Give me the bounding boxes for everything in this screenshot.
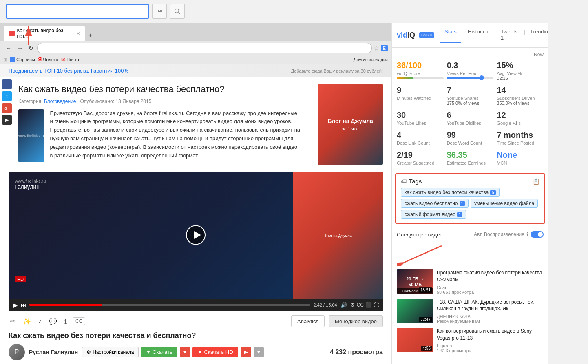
download-hd-icon: ▼	[197, 349, 203, 355]
video-title: Как сжать видео без потери качества и бе…	[9, 331, 383, 340]
tab-close-button[interactable]: ✕	[76, 31, 80, 36]
music-tool-button[interactable]: ♪	[37, 316, 43, 326]
channel-settings-button[interactable]: ⚙ Настройки канала	[82, 347, 138, 357]
video-duration-1: 18:51	[419, 287, 432, 293]
playlist-dropdown-button[interactable]: ▼	[254, 347, 264, 357]
ad-right[interactable]: Добавьте сюда Вашу рекламу за 30 рублей!	[291, 68, 383, 73]
video-card-2[interactable]: 32:47 +18. САША ШПАК. Дурацкие вопросы. …	[397, 299, 544, 324]
keyboard-button[interactable]	[152, 4, 167, 19]
stat-youtube-shares-label: Youtube Shares	[447, 96, 494, 101]
playlist-button[interactable]: ▶	[241, 347, 251, 357]
tag-item-3[interactable]: уменьшение видео файла	[471, 199, 538, 208]
video-progress-bar[interactable]	[29, 304, 310, 306]
stat-mcn-value: None	[497, 150, 544, 160]
stat-desc-link-count-value: 4	[397, 130, 444, 140]
bookmark-yandex[interactable]: Я Яндекс	[38, 57, 58, 62]
settings-gear-button[interactable]: ⚙	[350, 302, 355, 308]
captions-tool-button[interactable]: CC	[73, 317, 85, 325]
tag-count-4: 1	[457, 212, 463, 217]
channel-row: Р Руслан Галиулин ⚙ Настройки канала ▼ С…	[9, 344, 383, 360]
video-card-channel-3: Figuren	[437, 343, 544, 348]
search-input[interactable]: как сжать видео без потери качества	[6, 4, 149, 19]
channel-avatar[interactable]: Р	[9, 344, 25, 360]
bookmark-mail-icon: ✉	[61, 57, 65, 62]
video-card-3[interactable]: 4:55 Как конвертировать и сжать видео в …	[397, 328, 544, 353]
subscribe-download-button[interactable]: ▼ Скачать	[141, 347, 177, 357]
bookmark-mail-label: Почта	[66, 57, 79, 62]
video-play-area[interactable]	[186, 225, 206, 246]
tab-tweets[interactable]: Tweets: 1	[497, 27, 523, 43]
stat-avg-view-value: 15%	[497, 61, 544, 70]
stat-youtube-shares-sublabel: 175.0% of views	[447, 101, 494, 106]
autoplay-toggle[interactable]	[531, 231, 544, 238]
video-card-info-3: Как конвертировать и сжать видео в Sony …	[437, 328, 544, 353]
extension-button[interactable]: E	[381, 45, 388, 51]
ad-text[interactable]: Продвигаем в ТОП-10 без риска. Гарантия …	[9, 68, 128, 74]
browser-bookmarks: ⊞ Сервисы Я Яндекс ✉ Почта Другие заклад…	[0, 55, 391, 64]
bookmark-other[interactable]: Другие закладки	[354, 57, 388, 62]
reload-button[interactable]: ↻	[27, 44, 35, 52]
download-hd-button[interactable]: ▼ Скачать HD	[192, 347, 238, 357]
video-card-info-2: +18. САША ШПАК. Дурацкие вопросы. Гей. С…	[437, 299, 544, 324]
info-tool-button[interactable]: ℹ	[63, 316, 69, 327]
back-button[interactable]: ←	[4, 44, 13, 52]
video-manager-button[interactable]: Менеджер видео	[329, 315, 383, 327]
subtitles-button[interactable]: CC	[357, 302, 364, 308]
tab-title: Как сжать видео без пот...	[17, 28, 74, 39]
analytics-button[interactable]: Analytics	[291, 315, 325, 327]
download-dropdown-button[interactable]: ▼	[180, 347, 190, 357]
browser-tab-active[interactable]: Как сжать видео без пот... ✕	[4, 26, 85, 41]
fullscreen-button[interactable]: ⛶	[374, 302, 379, 308]
play-icon[interactable]	[186, 225, 206, 245]
new-tab-button[interactable]: +	[85, 30, 95, 41]
next-videos-section: Следующее видео Авт. Воспроизведение ℹ	[392, 227, 548, 361]
video-play-button[interactable]: ▶	[13, 301, 18, 309]
video-thumbnail[interactable]: www.firelinks.ruГалиулин Блог на Джумла …	[9, 172, 383, 299]
svg-rect-3	[157, 10, 157, 11]
article-category-link[interactable]: Блоговедение	[44, 99, 76, 104]
tab-historical[interactable]: Historical	[464, 27, 493, 43]
video-section: www.firelinks.ruГалиулин Блог на Джумла …	[0, 172, 391, 311]
volume-icon[interactable]: 🔊	[340, 302, 347, 308]
tag-item-4[interactable]: сжатый формат видео 1	[401, 210, 466, 219]
stat-vidiq-score-value: 36/100	[397, 61, 444, 70]
video-thumb-1: 20 ГБ → 50 МБ Сжимаем 18:51 18:51	[397, 269, 433, 294]
stat-views-per-hour-value: 0.3	[447, 61, 494, 70]
edit-tool-button[interactable]: ✏	[9, 316, 17, 327]
video-expand-icons: ⚙ CC ⬛ ⛶	[350, 302, 379, 308]
video-below-tools: ✏ ✨ ♪ 💬 ℹ CC Analytics Менеджер видео	[0, 311, 391, 331]
search-button[interactable]	[170, 4, 185, 19]
bookmark-services[interactable]: Сервисы	[10, 57, 35, 62]
svg-rect-5	[160, 10, 161, 11]
svg-rect-9	[161, 11, 162, 12]
channel-name[interactable]: Руслан Галиулин	[29, 349, 78, 355]
forward-button[interactable]: →	[15, 44, 25, 52]
video-card-views-3: 1 613 просмотра	[437, 348, 544, 353]
copy-tags-button[interactable]: 📋	[533, 178, 539, 185]
tab-trending[interactable]: Trending	[526, 27, 548, 43]
stat-google-plus-value: 12	[497, 110, 544, 120]
video-card-title-1: Программа сжатия видео без потери качест…	[437, 269, 544, 283]
stat-subscribers-driven-value: 14	[497, 86, 544, 95]
stat-youtube-dislikes-value: 6	[447, 110, 494, 120]
theater-button[interactable]: ⬛	[366, 302, 372, 308]
stat-youtube-shares-value: 7	[447, 86, 494, 95]
svg-point-10	[175, 9, 179, 13]
browser-chrome: Как сжать видео без пот... ✕ + ← → ↻ fir…	[0, 23, 391, 64]
bookmark-services-icon	[10, 57, 15, 62]
svg-line-15	[405, 246, 442, 262]
stat-vidiq-score: 36/100 vidIQ Score	[397, 61, 444, 81]
tab-stats[interactable]: Stats	[440, 27, 461, 43]
slider-indicator	[479, 75, 484, 80]
bookmark-star-button[interactable]: ☆	[374, 44, 379, 52]
bookmark-mail[interactable]: ✉ Почта	[61, 57, 79, 62]
tag-item-1[interactable]: как сжать видео без потери качества 5	[401, 188, 500, 197]
address-input[interactable]: firelinks.ru/blogovedenie/190-programma-…	[37, 43, 372, 53]
tag-item-2[interactable]: сжать видео бесплатно 1	[401, 199, 469, 208]
video-skip-button[interactable]: ⏭	[21, 302, 26, 308]
wand-tool-button[interactable]: ✨	[21, 316, 33, 327]
comment-tool-button[interactable]: 💬	[47, 316, 59, 327]
bookmark-yandex-icon: Я	[38, 57, 42, 62]
video-card-1[interactable]: 20 ГБ → 50 МБ Сжимаем 18:51 18:51 Програ…	[397, 269, 544, 295]
red-arrow-decoration	[397, 242, 446, 267]
